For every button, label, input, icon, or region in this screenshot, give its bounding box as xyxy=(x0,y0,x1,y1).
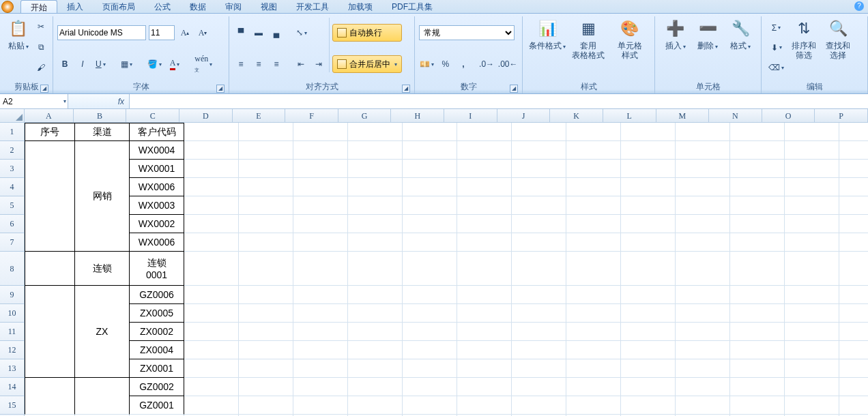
cell-N11[interactable] xyxy=(730,323,785,341)
cell-I10[interactable] xyxy=(457,304,512,323)
cell-P14[interactable] xyxy=(839,378,868,396)
row-header-9[interactable]: 9 xyxy=(0,286,25,304)
cell-J6[interactable] xyxy=(512,215,566,233)
border-button[interactable]: ▦▾ xyxy=(118,57,135,72)
cell-L7[interactable] xyxy=(621,233,676,252)
cell-N5[interactable] xyxy=(730,196,785,215)
cell-P13[interactable] xyxy=(839,359,868,378)
font-dialog-launcher[interactable]: ◢ xyxy=(216,85,225,93)
cell-H4[interactable] xyxy=(403,178,457,196)
cell-M9[interactable] xyxy=(676,286,730,304)
col-header-P[interactable]: P xyxy=(815,109,868,123)
data-cell-C8[interactable]: 连锁0001 xyxy=(130,252,184,286)
cell-J3[interactable] xyxy=(512,160,566,178)
cell-P4[interactable] xyxy=(839,178,868,196)
orientation-button[interactable]: ⤡▾ xyxy=(293,25,310,40)
cell-P12[interactable] xyxy=(839,341,868,359)
fx-button[interactable]: fx xyxy=(68,94,130,108)
cell-E14[interactable] xyxy=(239,378,293,396)
cell-L8[interactable] xyxy=(621,252,676,286)
increase-indent-button[interactable]: ⇥ xyxy=(311,57,326,72)
delete-cells-button[interactable]: ➖删除▾ xyxy=(693,16,723,52)
cell-O6[interactable] xyxy=(785,215,839,233)
cell-F5[interactable] xyxy=(293,196,348,215)
cell-M12[interactable] xyxy=(676,341,730,359)
cell-I6[interactable] xyxy=(457,215,512,233)
cell-N12[interactable] xyxy=(730,341,785,359)
cell-D10[interactable] xyxy=(184,304,239,323)
cell-E13[interactable] xyxy=(239,359,293,378)
tab-7[interactable]: 开发工具 xyxy=(287,0,338,13)
cell-D8[interactable] xyxy=(184,252,239,286)
cell-N7[interactable] xyxy=(730,233,785,252)
fill-color-button[interactable]: 🪣▾ xyxy=(145,57,164,72)
data-cell-B1[interactable]: 渠道 xyxy=(75,123,130,141)
fill-button[interactable]: ⬇▾ xyxy=(766,40,787,55)
cell-K12[interactable] xyxy=(566,341,621,359)
cell-K7[interactable] xyxy=(566,233,621,252)
row-header-1[interactable]: 1 xyxy=(0,123,25,141)
formula-input[interactable] xyxy=(130,94,868,108)
cell-K11[interactable] xyxy=(566,323,621,341)
cell-D13[interactable] xyxy=(184,359,239,378)
spreadsheet-grid[interactable]: ABCDEFGHIJKLMNOP 12345678910111213141516… xyxy=(0,109,868,416)
autosum-button[interactable]: Σ▾ xyxy=(766,20,787,35)
cell-L15[interactable] xyxy=(621,396,676,415)
cell-L5[interactable] xyxy=(621,196,676,215)
col-header-A[interactable]: A xyxy=(25,109,74,123)
col-header-E[interactable]: E xyxy=(233,109,286,123)
underline-button[interactable]: U▾ xyxy=(93,57,108,72)
increase-decimal-button[interactable]: .0→ xyxy=(478,57,495,72)
cell-K3[interactable] xyxy=(566,160,621,178)
row-header-14[interactable]: 14 xyxy=(0,378,25,396)
cell-M15[interactable] xyxy=(676,396,730,415)
tab-9[interactable]: PDF工具集 xyxy=(382,0,442,13)
cell-O14[interactable] xyxy=(785,378,839,396)
cell-L13[interactable] xyxy=(621,359,676,378)
cell-H14[interactable] xyxy=(403,378,457,396)
row-header-13[interactable]: 13 xyxy=(0,359,25,378)
col-header-J[interactable]: J xyxy=(497,109,551,123)
tab-0[interactable]: 开始 xyxy=(20,0,57,13)
cell-H7[interactable] xyxy=(403,233,457,252)
font-color-button[interactable]: A▾ xyxy=(167,57,183,72)
cell-J2[interactable] xyxy=(512,141,566,160)
cell-L11[interactable] xyxy=(621,323,676,341)
italic-button[interactable]: I xyxy=(75,57,90,72)
name-box[interactable]: A2▾ xyxy=(0,94,68,108)
format-cells-button[interactable]: 🔧格式▾ xyxy=(725,16,755,52)
align-center-button[interactable]: ≡ xyxy=(251,57,266,72)
cell-G2[interactable] xyxy=(348,141,403,160)
number-dialog-launcher[interactable]: ◢ xyxy=(510,85,518,93)
row-header-8[interactable]: 8 xyxy=(0,252,25,286)
cell-G10[interactable] xyxy=(348,304,403,323)
font-name-select[interactable] xyxy=(57,25,146,40)
cell-H8[interactable] xyxy=(403,252,457,286)
cell-E15[interactable] xyxy=(239,396,293,415)
decrease-decimal-button[interactable]: .00← xyxy=(497,57,518,72)
cell-J14[interactable] xyxy=(512,378,566,396)
cell-O11[interactable] xyxy=(785,323,839,341)
data-cell-C7[interactable]: WX0006 xyxy=(130,233,184,252)
paste-button[interactable]: 📋 粘贴▾ xyxy=(4,16,32,52)
cell-G3[interactable] xyxy=(348,160,403,178)
cell-L3[interactable] xyxy=(621,160,676,178)
clipboard-dialog-launcher[interactable]: ◢ xyxy=(40,85,48,93)
cut-button[interactable]: ✂ xyxy=(33,19,48,34)
cell-O3[interactable] xyxy=(785,160,839,178)
data-cell-C11[interactable]: ZX0002 xyxy=(130,323,184,341)
cell-J7[interactable] xyxy=(512,233,566,252)
data-cell-C5[interactable]: WX0003 xyxy=(130,196,184,215)
cell-F14[interactable] xyxy=(293,378,348,396)
percent-button[interactable]: % xyxy=(438,57,453,72)
cell-D5[interactable] xyxy=(184,196,239,215)
merge-center-button[interactable]: 合并后居中▾ xyxy=(332,55,402,73)
data-cell-C4[interactable]: WX0006 xyxy=(130,178,184,196)
cell-G13[interactable] xyxy=(348,359,403,378)
font-size-select[interactable] xyxy=(149,25,175,40)
cell-G4[interactable] xyxy=(348,178,403,196)
cell-D9[interactable] xyxy=(184,286,239,304)
row-header-2[interactable]: 2 xyxy=(0,141,25,160)
decrease-indent-button[interactable]: ⇤ xyxy=(293,57,308,72)
cell-K5[interactable] xyxy=(566,196,621,215)
